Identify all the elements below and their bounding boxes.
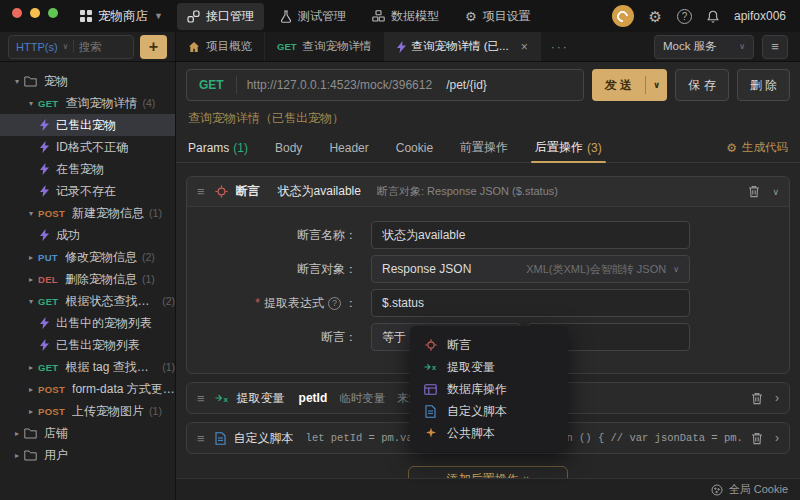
sidebar-case-item[interactable]: 在售宠物 bbox=[0, 158, 175, 180]
bolt-icon bbox=[40, 339, 49, 351]
tab-case-active[interactable]: 查询宠物详情 (已... × bbox=[385, 32, 541, 61]
sidebar-api-item[interactable]: ▾ GET 根据状态查找宠物列表 (2) bbox=[0, 290, 175, 312]
more-tabs-button[interactable]: ··· bbox=[541, 32, 579, 61]
drag-handle-icon[interactable]: ≡ bbox=[197, 391, 205, 406]
assertion-panel-header[interactable]: ≡ 断言 状态为available 断言对象: Response JSON ($… bbox=[187, 177, 789, 207]
help-icon[interactable]: ? bbox=[677, 9, 692, 24]
menu-item-custom-script[interactable]: 自定义脚本 bbox=[410, 400, 568, 422]
sidebar-item-label: 删除宠物信息 bbox=[65, 271, 137, 288]
chevron-down-icon[interactable]: ∨ bbox=[646, 80, 667, 90]
trash-icon[interactable] bbox=[751, 392, 763, 405]
folder-icon bbox=[24, 76, 37, 87]
method-badge: PUT bbox=[38, 252, 58, 263]
tab-project-overview[interactable]: 项目概览 bbox=[176, 32, 265, 61]
field-label: 断言： bbox=[187, 329, 357, 346]
maximize-window-button[interactable] bbox=[48, 8, 58, 18]
nav-api-management[interactable]: 接口管理 bbox=[177, 3, 264, 30]
drag-handle-icon[interactable]: ≡ bbox=[197, 184, 205, 199]
url-path-input[interactable]: /pet/{id} bbox=[446, 78, 487, 92]
chevron-right-icon[interactable]: ▸ bbox=[24, 275, 38, 284]
chevron-right-icon[interactable]: ▸ bbox=[24, 385, 38, 394]
extract-expression-input[interactable] bbox=[371, 289, 690, 317]
sidebar-case-item[interactable]: 已售出宠物列表 bbox=[0, 334, 175, 356]
menu-item-database-operation[interactable]: 数据库操作 bbox=[410, 378, 568, 400]
extract-variable-icon: x bbox=[215, 393, 229, 403]
sidebar-api-item[interactable]: ▾ GET 查询宠物详情 (4) bbox=[0, 92, 175, 114]
chevron-down-icon[interactable]: ▾ bbox=[24, 297, 38, 306]
save-button[interactable]: 保 存 bbox=[675, 69, 728, 101]
sidebar-case-item[interactable]: 成功 bbox=[0, 224, 175, 246]
sidebar-api-item[interactable]: ▾ POST 新建宠物信息 (1) bbox=[0, 202, 175, 224]
bolt-icon bbox=[40, 229, 49, 241]
chevron-down-icon: ▼ bbox=[154, 11, 163, 21]
chevron-down-icon[interactable]: ▾ bbox=[24, 209, 38, 218]
sidebar-folder-pets[interactable]: ▾ 宠物 bbox=[0, 70, 175, 92]
environment-list-button[interactable]: ≡ bbox=[762, 35, 788, 59]
sidebar-folder-users[interactable]: ▸ 用户 bbox=[0, 444, 175, 466]
sidebar-case-item[interactable]: 记录不存在 bbox=[0, 180, 175, 202]
sidebar-case-item[interactable]: 出售中的宠物列表 bbox=[0, 312, 175, 334]
sidebar-item-label: 新建宠物信息 bbox=[72, 205, 144, 222]
generate-code-button[interactable]: ⚙ 生成代码 bbox=[726, 140, 788, 155]
sidebar-api-item[interactable]: ▸ DEL 删除宠物信息 (1) bbox=[0, 268, 175, 290]
tab-cookie[interactable]: Cookie bbox=[396, 133, 433, 163]
menu-item-assertion[interactable]: 断言 bbox=[410, 334, 568, 356]
bell-icon[interactable] bbox=[707, 10, 719, 23]
nav-project-settings[interactable]: ⚙ 项目设置 bbox=[455, 3, 541, 30]
tab-get-endpoint[interactable]: GET 查询宠物详情 bbox=[265, 32, 385, 61]
svg-text:x: x bbox=[432, 363, 437, 372]
assertion-name-input[interactable] bbox=[371, 221, 690, 249]
sync-avatar-icon[interactable] bbox=[612, 5, 634, 27]
target-icon bbox=[424, 339, 437, 351]
chevron-right-icon[interactable]: ▸ bbox=[24, 363, 38, 372]
collapse-chevron-icon[interactable]: ∨ bbox=[772, 187, 779, 197]
tab-params[interactable]: Params (1) bbox=[188, 133, 248, 163]
search-input[interactable] bbox=[79, 41, 126, 53]
close-window-button[interactable] bbox=[12, 8, 22, 18]
global-cookie-label[interactable]: 全局 Cookie bbox=[729, 482, 788, 497]
send-button[interactable]: 发 送 ∨ bbox=[592, 69, 668, 101]
sidebar-api-item[interactable]: ▸ POST 上传宠物图片 (1) bbox=[0, 400, 175, 422]
method-select[interactable]: GET bbox=[187, 78, 236, 92]
url-input-group[interactable]: GET http://127.0.0.1:4523/mock/396612 /p… bbox=[186, 69, 584, 101]
help-icon[interactable]: ? bbox=[328, 297, 341, 310]
username[interactable]: apifox006 bbox=[734, 9, 786, 23]
sidebar-api-item[interactable]: ▸ POST form-data 方式更新宠物信... bbox=[0, 378, 175, 400]
selected-value: Response JSON bbox=[382, 262, 471, 276]
chevron-right-icon[interactable]: ▸ bbox=[10, 429, 24, 438]
nav-data-model[interactable]: 数据模型 bbox=[362, 3, 449, 30]
chevron-right-icon[interactable]: ▸ bbox=[10, 451, 24, 460]
chevron-right-icon[interactable]: ▸ bbox=[24, 407, 38, 416]
sidebar-folder-store[interactable]: ▸ 店铺 bbox=[0, 422, 175, 444]
chevron-right-icon[interactable]: ▸ bbox=[24, 253, 38, 262]
workspace-switcher[interactable]: 宠物商店 ▼ bbox=[80, 8, 163, 25]
assertion-target-select[interactable]: Response JSON XML(类XML)会智能转 JSON ∨ bbox=[371, 255, 690, 283]
menu-item-extract-variable[interactable]: x 提取变量 bbox=[410, 356, 568, 378]
mock-service-select[interactable]: Mock 服务 ∨ bbox=[654, 35, 754, 59]
close-icon[interactable]: × bbox=[521, 40, 528, 54]
sidebar-case-item[interactable]: ID格式不正确 bbox=[0, 136, 175, 158]
delete-button[interactable]: 删 除 bbox=[737, 69, 790, 101]
trash-icon[interactable] bbox=[751, 432, 763, 445]
tab-pre-operations[interactable]: 前置操作 bbox=[460, 133, 508, 163]
folder-icon bbox=[24, 450, 37, 461]
sidebar-api-item[interactable]: ▸ PUT 修改宠物信息 (2) bbox=[0, 246, 175, 268]
chevron-down-icon[interactable]: ▾ bbox=[24, 99, 38, 108]
gear-icon[interactable]: ⚙ bbox=[649, 9, 662, 24]
menu-item-public-script[interactable]: 公共脚本 bbox=[410, 422, 568, 444]
tab-body[interactable]: Body bbox=[275, 133, 302, 163]
chevron-down-icon[interactable]: ▾ bbox=[10, 77, 24, 86]
minimize-window-button[interactable] bbox=[30, 8, 40, 18]
drag-handle-icon[interactable]: ≡ bbox=[197, 431, 205, 446]
add-button[interactable]: + bbox=[140, 35, 167, 59]
expand-chevron-icon[interactable]: › bbox=[775, 431, 779, 445]
tab-header[interactable]: Header bbox=[329, 133, 368, 163]
flask-icon bbox=[280, 10, 292, 23]
sidebar-api-item[interactable]: ▸ GET 根据 tag 查找宠物列表 (1) bbox=[0, 356, 175, 378]
nav-test-management[interactable]: 测试管理 bbox=[270, 3, 356, 30]
protocol-select[interactable]: HTTP(s) bbox=[16, 41, 58, 53]
expand-chevron-icon[interactable]: › bbox=[775, 391, 779, 405]
trash-icon[interactable] bbox=[748, 185, 760, 198]
tab-post-operations[interactable]: 后置操作 (3) bbox=[535, 133, 602, 163]
sidebar-case-item-selected[interactable]: 已售出宠物 bbox=[0, 114, 175, 136]
